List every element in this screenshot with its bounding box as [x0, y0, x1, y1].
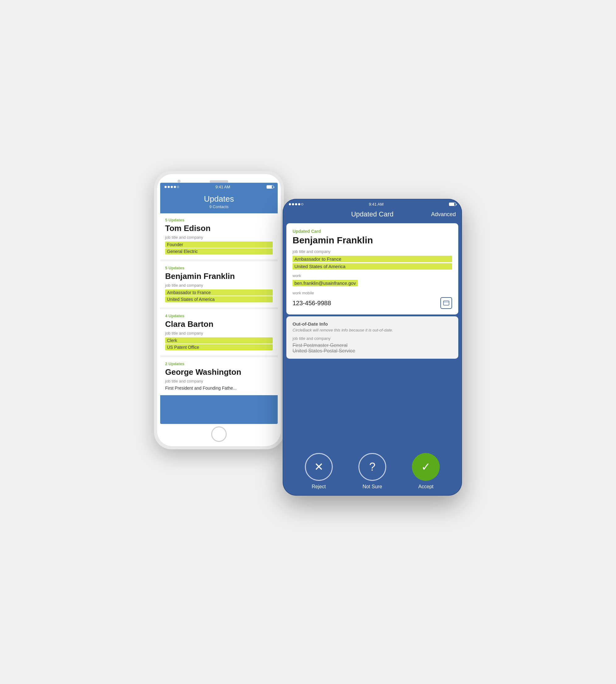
tag: US Patent Office — [165, 344, 273, 350]
updated-card: Updated Card Benjamin Franklin job title… — [286, 223, 458, 314]
dot-2 — [292, 203, 294, 205]
tag: United States of America — [165, 296, 273, 303]
signal-dots — [164, 186, 179, 188]
card-icon — [440, 297, 452, 309]
tag-row: Founder General Electric — [165, 242, 273, 255]
ood-job-label: job title and company — [292, 336, 452, 341]
back-screen: 9:41 AM Updates 9 Contacts 5 Updates Tom… — [160, 183, 278, 424]
back-status-bar: 9:41 AM — [160, 183, 278, 191]
update-count: 5 Updates — [165, 266, 273, 270]
back-subtitle: 9 Contacts — [160, 204, 278, 209]
tag-row: Clerk US Patent Office — [165, 337, 273, 350]
field-label: job title and company — [165, 331, 273, 335]
reject-button[interactable]: ✕ — [305, 453, 333, 481]
dot-4 — [298, 203, 300, 205]
contact-list: 5 Updates Tom Edison job title and compa… — [160, 213, 278, 395]
not-sure-action: ? Not Sure — [358, 453, 386, 489]
update-count: 5 Updates — [165, 218, 273, 222]
action-bar: ✕ Reject ? Not Sure ✓ Accept — [283, 446, 462, 496]
job-tag: United States of America — [292, 263, 452, 270]
advanced-button[interactable]: Advanced — [431, 211, 456, 218]
update-count: 4 Updates — [165, 313, 273, 318]
tag: First President and Founding Fathe... — [165, 385, 237, 391]
reject-label: Reject — [312, 484, 326, 489]
accept-label: Accept — [418, 484, 434, 489]
mobile-number: 123-456-9988 — [292, 300, 331, 307]
card-job-label: job title and company — [292, 249, 452, 254]
job-tag: Ambassador to France — [292, 256, 452, 262]
dot-1 — [164, 186, 167, 188]
list-item[interactable]: 5 Updates Benjamin Franklin job title an… — [160, 261, 278, 307]
card-person-name: Benjamin Franklin — [292, 235, 452, 245]
dot-5 — [177, 186, 179, 188]
update-count: 2 Updates — [165, 361, 273, 366]
dot-3 — [171, 186, 173, 188]
ood-line-2: United States Postal Service — [292, 348, 452, 354]
tag-row: Ambassador to France United States of Am… — [165, 289, 273, 303]
job-tags: Ambassador to France United States of Am… — [292, 256, 452, 270]
accept-button[interactable]: ✓ — [412, 453, 440, 481]
not-sure-label: Not Sure — [362, 484, 382, 489]
card-updated-label: Updated Card — [292, 229, 452, 234]
phone-speaker — [210, 180, 228, 183]
accept-action: ✓ Accept — [412, 453, 440, 489]
ood-title: Out-of-Date Info — [292, 321, 452, 327]
dot-3 — [295, 203, 297, 205]
contact-name: Tom Edison — [165, 224, 273, 233]
tag: Ambassador to France — [165, 289, 273, 295]
list-item[interactable]: 2 Updates George Washington job title an… — [160, 357, 278, 395]
ood-strikethrough: First Postmaster General United States P… — [292, 343, 452, 354]
front-header: Updated Card Advanced — [283, 208, 462, 223]
tag: Clerk — [165, 337, 273, 344]
back-title: Updates — [160, 194, 278, 204]
work-label: work — [292, 273, 452, 278]
dot-4 — [174, 186, 176, 188]
contact-name: Clara Barton — [165, 319, 273, 329]
front-status-bar: 9:41 AM — [283, 199, 462, 208]
back-header: Updates 9 Contacts — [160, 191, 278, 213]
reject-action: ✕ Reject — [305, 453, 333, 489]
work-email: ben.franklin@usainfrance.gov — [292, 280, 358, 286]
ood-subtitle: CircleBack will remove this info because… — [292, 328, 452, 332]
front-status-time: 9:41 AM — [369, 202, 384, 206]
dot-2 — [168, 186, 170, 188]
phone-back: 9:41 AM Updates 9 Contacts 5 Updates Tom… — [154, 171, 284, 449]
field-label: job title and company — [165, 235, 273, 240]
list-item[interactable]: 5 Updates Tom Edison job title and compa… — [160, 213, 278, 260]
scene: 9:41 AM Updates 9 Contacts 5 Updates Tom… — [154, 171, 462, 513]
phone-row: 123-456-9988 — [292, 297, 452, 309]
out-of-date-section: Out-of-Date Info CircleBack will remove … — [286, 316, 458, 359]
tag: General Electric — [165, 248, 273, 255]
list-item[interactable]: 4 Updates Clara Barton job title and com… — [160, 309, 278, 355]
front-signal-dots — [289, 203, 303, 205]
phone-front: 9:41 AM Updated Card Advanced Updated Ca… — [283, 199, 462, 496]
field-label: job title and company — [165, 379, 273, 383]
back-status-time: 9:41 AM — [216, 184, 230, 189]
dot-1 — [289, 203, 291, 205]
front-title: Updated Card — [351, 210, 393, 218]
tag: Founder — [165, 242, 273, 248]
home-button[interactable] — [211, 426, 227, 442]
ood-line-1: First Postmaster General — [292, 343, 452, 348]
contact-name: Benjamin Franklin — [165, 271, 273, 281]
dot-5 — [301, 203, 303, 205]
battery-icon — [267, 185, 273, 189]
phone-camera — [177, 180, 181, 183]
mobile-label: work mobile — [292, 291, 452, 295]
front-battery-icon — [449, 202, 456, 206]
not-sure-button[interactable]: ? — [358, 453, 386, 481]
field-label: job title and company — [165, 283, 273, 288]
contact-name: George Washington — [165, 367, 273, 377]
tag-row: First President and Founding Fathe... — [165, 385, 273, 391]
svg-rect-0 — [443, 301, 449, 305]
